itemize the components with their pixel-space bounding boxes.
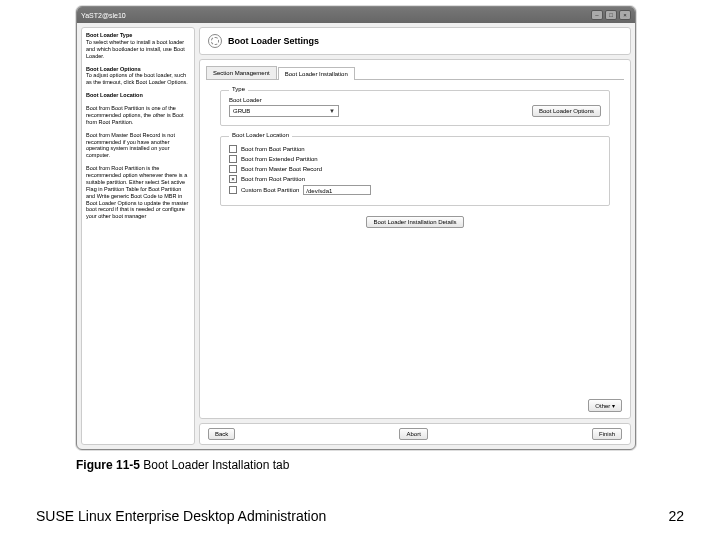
finish-button[interactable]: Finish — [592, 428, 622, 440]
chevron-down-icon: ▼ — [329, 108, 335, 114]
side-body-3b: Boot from Master Boot Record is not reco… — [86, 132, 175, 159]
checkbox-icon — [229, 155, 237, 163]
checkbox-icon — [229, 145, 237, 153]
side-body-3a: Boot from Boot Partition is one of the r… — [86, 105, 184, 125]
abort-button[interactable]: Abort — [399, 428, 427, 440]
installation-details-button[interactable]: Boot Loader Installation Details — [366, 216, 463, 228]
chk-root-partition-label: Boot from Root Partition — [241, 176, 305, 182]
checkbox-icon — [229, 165, 237, 173]
minimize-button[interactable]: – — [591, 10, 603, 20]
custom-partition-input[interactable]: /dev/sda1 — [303, 185, 371, 195]
checkbox-icon — [229, 186, 237, 194]
footer-left: SUSE Linux Enterprise Desktop Administra… — [36, 508, 326, 524]
maximize-button[interactable]: □ — [605, 10, 617, 20]
back-button[interactable]: Back — [208, 428, 235, 440]
side-body-2: To adjust options of the boot loader, su… — [86, 72, 188, 85]
tab-section-management[interactable]: Section Management — [206, 66, 277, 79]
settings-icon — [208, 34, 222, 48]
window-titlebar: YaST2@sle10 – □ × — [77, 7, 635, 23]
tab-boot-loader-installation[interactable]: Boot Loader Installation — [278, 67, 355, 80]
location-fieldset: Boot Loader Location Boot from Boot Part… — [220, 136, 610, 206]
chk-boot-partition[interactable]: Boot from Boot Partition — [229, 145, 601, 153]
type-fieldset: Type Boot Loader GRUB ▼ Boot Loader Opti… — [220, 90, 610, 126]
wizard-footer: Back Abort Finish — [199, 423, 631, 445]
boot-loader-options-button[interactable]: Boot Loader Options — [532, 105, 601, 117]
side-body-1: To select whether to install a boot load… — [86, 39, 185, 59]
content-panel: Section Management Boot Loader Installat… — [199, 59, 631, 419]
chk-extended-partition-label: Boot from Extended Partition — [241, 156, 318, 162]
bootloader-select-value: GRUB — [233, 108, 250, 114]
help-sidebar: Boot Loader TypeTo select whether to ins… — [81, 27, 195, 445]
checkbox-checked-icon: × — [229, 175, 237, 183]
chk-boot-partition-label: Boot from Boot Partition — [241, 146, 305, 152]
figure-text: Boot Loader Installation tab — [143, 458, 289, 472]
tab-strip: Section Management Boot Loader Installat… — [206, 66, 624, 80]
close-button[interactable]: × — [619, 10, 631, 20]
page-title: Boot Loader Settings — [228, 36, 319, 46]
figure-caption: Figure 11-5 Boot Loader Installation tab — [76, 458, 720, 472]
chk-root-partition[interactable]: ×Boot from Root Partition — [229, 175, 601, 183]
chk-mbr[interactable]: Boot from Master Boot Record — [229, 165, 601, 173]
side-title-1: Boot Loader Type — [86, 32, 132, 38]
window-title: YaST2@sle10 — [81, 12, 126, 19]
side-title-3: Boot Loader Location — [86, 92, 143, 98]
footer-right: 22 — [668, 508, 684, 524]
yast-window: YaST2@sle10 – □ × Boot Loader TypeTo sel… — [76, 6, 636, 450]
page-header: Boot Loader Settings — [199, 27, 631, 55]
chk-custom-partition-label: Custom Boot Partition — [241, 187, 299, 193]
bootloader-select[interactable]: GRUB ▼ — [229, 105, 339, 117]
location-legend: Boot Loader Location — [229, 132, 292, 138]
figure-number: Figure 11-5 — [76, 458, 143, 472]
other-button[interactable]: Other ▾ — [588, 399, 622, 412]
chk-mbr-label: Boot from Master Boot Record — [241, 166, 322, 172]
page-footer: SUSE Linux Enterprise Desktop Administra… — [36, 508, 684, 524]
side-title-2: Boot Loader Options — [86, 66, 141, 72]
chk-custom-partition[interactable]: Custom Boot Partition /dev/sda1 — [229, 185, 601, 195]
type-legend: Type — [229, 86, 248, 92]
chk-extended-partition[interactable]: Boot from Extended Partition — [229, 155, 601, 163]
bootloader-label: Boot Loader — [229, 97, 339, 103]
side-body-3c: Boot from Root Partition is the recommen… — [86, 165, 188, 219]
